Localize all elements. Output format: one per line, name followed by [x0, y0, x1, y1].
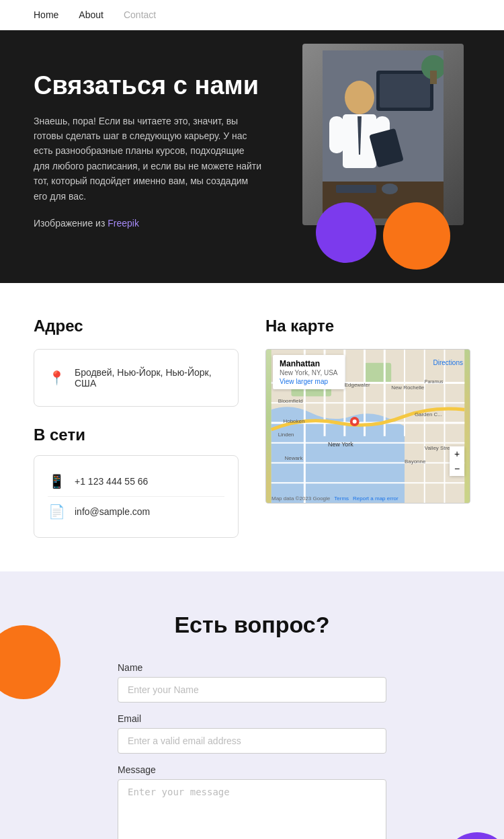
email-row: 📄 info@sample.com — [48, 496, 224, 526]
email-group: Email — [118, 713, 386, 754]
svg-point-13 — [382, 184, 398, 194]
map-zoom-controls: + − — [450, 446, 464, 476]
person-illustration — [323, 50, 444, 218]
address-text: Бродвей, Нью-Йорк, Нью-Йорк, США — [75, 367, 224, 389]
map-data-label: Map data ©2023 Google — [271, 495, 330, 502]
hero-photo-inner — [302, 44, 464, 225]
form-container: Name Email Message I accept the УСЛОВИЯ … — [118, 662, 386, 839]
contact-section: Адрес 📍 Бродвей, Нью-Йорк, Нью-Йорк, США… — [0, 283, 504, 571]
email-input[interactable] — [118, 728, 386, 754]
svg-rect-10 — [430, 71, 437, 84]
hero-description: Знаешь, пора! Если вы читаете это, значи… — [34, 114, 262, 204]
hero-circle-orange — [383, 202, 450, 270]
svg-text:Paramus: Paramus — [425, 379, 444, 384]
map-title: На карте — [265, 317, 470, 335]
svg-text:Bloomfield: Bloomfield — [278, 399, 303, 405]
hero-title: Связаться с нами — [34, 71, 262, 102]
nav-contact[interactable]: Contact — [124, 9, 156, 20]
phone-row: 📱 +1 123 444 55 66 — [48, 467, 224, 496]
hero-image-area — [262, 30, 504, 283]
message-group: Message — [118, 764, 386, 839]
map-directions-link[interactable]: Directions — [433, 359, 463, 366]
message-label: Message — [118, 764, 386, 775]
hero-section: Связаться с нами Знаешь, пора! Если вы ч… — [0, 30, 504, 283]
form-title: Есть вопрос? — [34, 612, 470, 638]
form-section: Есть вопрос? Name Email Message I accept… — [0, 571, 504, 839]
svg-point-44 — [353, 420, 357, 424]
name-group: Name — [118, 662, 386, 703]
svg-rect-6 — [329, 116, 344, 153]
social-title: В сети — [34, 426, 239, 444]
phone-icon: 📱 — [48, 473, 65, 489]
svg-text:Linden: Linden — [278, 432, 294, 438]
map-container: New York Newark New Rochelle Garden C...… — [265, 349, 470, 504]
svg-rect-16 — [365, 363, 392, 383]
map-report[interactable]: Report a map error — [353, 495, 398, 502]
navbar: Home About Contact — [0, 0, 504, 30]
freepik-link[interactable]: Freepik — [108, 218, 139, 229]
address-title: Адрес — [34, 317, 239, 335]
hero-credit: Изображение из Freepik — [34, 216, 262, 231]
map-location-name: Manhattan — [280, 359, 338, 368]
map-view-larger[interactable]: View larger map — [280, 378, 338, 385]
svg-text:Bayonne: Bayonne — [405, 458, 426, 465]
svg-text:New York: New York — [328, 441, 353, 448]
svg-point-3 — [345, 81, 374, 114]
map-footer: Map data ©2023 Google Terms Report a map… — [266, 495, 470, 502]
nav-home[interactable]: Home — [34, 9, 58, 20]
map-location-sub: New York, NY, USA — [280, 369, 338, 376]
contact-left: Адрес 📍 Бродвей, Нью-Йорк, Нью-Йорк, США… — [34, 317, 239, 545]
email-label: Email — [118, 713, 386, 724]
map-zoom-in[interactable]: + — [450, 446, 464, 461]
hero-photo — [302, 44, 464, 225]
svg-text:Garden C...: Garden C... — [415, 411, 442, 417]
svg-rect-12 — [336, 185, 376, 193]
hero-text-block: Связаться с нами Знаешь, пора! Если вы ч… — [34, 71, 262, 243]
address-row: 📍 Бродвей, Нью-Йорк, Нью-Йорк, США — [48, 360, 224, 395]
social-box: 📱 +1 123 444 55 66 📄 info@sample.com — [34, 455, 239, 538]
hero-circle-purple — [316, 202, 376, 263]
map-inner: New York Newark New Rochelle Garden C...… — [266, 350, 470, 503]
map-terms[interactable]: Terms — [334, 495, 349, 502]
email-text: info@sample.com — [75, 506, 150, 517]
svg-text:Newark: Newark — [285, 455, 303, 461]
name-input[interactable] — [118, 677, 386, 703]
nav-about[interactable]: About — [79, 9, 103, 20]
svg-rect-2 — [380, 74, 430, 108]
contact-right: На карте — [265, 317, 470, 545]
phone-text: +1 123 444 55 66 — [75, 476, 148, 487]
svg-text:Edgewater: Edgewater — [345, 382, 370, 388]
svg-text:New Rochelle: New Rochelle — [391, 385, 424, 391]
location-icon: 📍 — [48, 370, 65, 386]
form-circle-purple — [444, 832, 504, 839]
address-box: 📍 Бродвей, Нью-Йорк, Нью-Йорк, США — [34, 349, 239, 407]
name-label: Name — [118, 662, 386, 673]
svg-text:Hoboken: Hoboken — [284, 418, 305, 424]
message-textarea[interactable] — [118, 779, 386, 839]
map-zoom-out[interactable]: − — [450, 461, 464, 476]
map-location-label: Manhattan New York, NY, USA View larger … — [273, 355, 345, 389]
email-icon: 📄 — [48, 504, 65, 520]
